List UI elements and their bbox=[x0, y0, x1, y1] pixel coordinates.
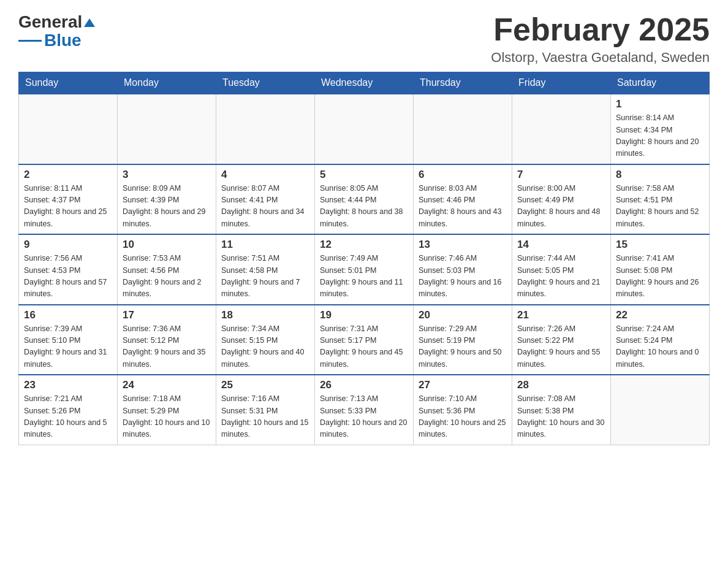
day-info: Sunrise: 7:56 AMSunset: 4:53 PMDaylight:… bbox=[24, 253, 112, 301]
week-row-3: 9Sunrise: 7:56 AMSunset: 4:53 PMDaylight… bbox=[19, 234, 710, 305]
day-number: 15 bbox=[616, 239, 704, 251]
day-info: Sunrise: 7:51 AMSunset: 4:58 PMDaylight:… bbox=[221, 253, 309, 301]
day-info: Sunrise: 7:39 AMSunset: 5:10 PMDaylight:… bbox=[24, 323, 112, 371]
calendar-cell: 17Sunrise: 7:36 AMSunset: 5:12 PMDayligh… bbox=[118, 305, 216, 375]
calendar-cell: 6Sunrise: 8:03 AMSunset: 4:46 PMDaylight… bbox=[414, 164, 512, 235]
calendar-cell: 10Sunrise: 7:53 AMSunset: 4:56 PMDayligh… bbox=[118, 234, 216, 305]
day-number: 13 bbox=[419, 239, 507, 251]
day-number: 26 bbox=[320, 379, 408, 391]
day-info: Sunrise: 7:26 AMSunset: 5:22 PMDaylight:… bbox=[517, 323, 605, 371]
day-info: Sunrise: 7:24 AMSunset: 5:24 PMDaylight:… bbox=[616, 323, 704, 371]
day-number: 4 bbox=[221, 169, 309, 181]
day-info: Sunrise: 7:58 AMSunset: 4:51 PMDaylight:… bbox=[616, 183, 704, 231]
day-info: Sunrise: 7:29 AMSunset: 5:19 PMDaylight:… bbox=[419, 323, 507, 371]
day-number: 5 bbox=[320, 169, 408, 181]
day-number: 17 bbox=[123, 309, 211, 321]
day-number: 14 bbox=[517, 239, 605, 251]
weekday-header-row: Sunday Monday Tuesday Wednesday Thursday… bbox=[19, 72, 710, 94]
day-info: Sunrise: 8:03 AMSunset: 4:46 PMDaylight:… bbox=[419, 183, 507, 231]
calendar-cell bbox=[19, 94, 118, 164]
day-info: Sunrise: 8:05 AMSunset: 4:44 PMDaylight:… bbox=[320, 183, 408, 231]
calendar-cell: 11Sunrise: 7:51 AMSunset: 4:58 PMDayligh… bbox=[216, 234, 315, 305]
logo-triangle-icon bbox=[84, 18, 95, 27]
calendar-cell bbox=[512, 94, 611, 164]
calendar-cell: 4Sunrise: 8:07 AMSunset: 4:41 PMDaylight… bbox=[216, 164, 315, 235]
calendar-cell bbox=[216, 94, 315, 164]
day-number: 3 bbox=[123, 169, 211, 181]
calendar-cell: 28Sunrise: 7:08 AMSunset: 5:38 PMDayligh… bbox=[512, 375, 611, 445]
day-number: 24 bbox=[123, 379, 211, 391]
logo-blue-text: Blue bbox=[44, 31, 82, 50]
day-info: Sunrise: 7:18 AMSunset: 5:29 PMDaylight:… bbox=[123, 393, 211, 441]
calendar-table: Sunday Monday Tuesday Wednesday Thursday… bbox=[18, 72, 710, 445]
day-number: 11 bbox=[221, 239, 309, 251]
day-info: Sunrise: 7:16 AMSunset: 5:31 PMDaylight:… bbox=[221, 393, 309, 441]
calendar-cell: 19Sunrise: 7:31 AMSunset: 5:17 PMDayligh… bbox=[315, 305, 414, 375]
day-number: 16 bbox=[24, 309, 112, 321]
day-number: 2 bbox=[24, 169, 112, 181]
calendar-cell: 16Sunrise: 7:39 AMSunset: 5:10 PMDayligh… bbox=[19, 305, 118, 375]
calendar-cell: 7Sunrise: 8:00 AMSunset: 4:49 PMDaylight… bbox=[512, 164, 611, 235]
header-saturday: Saturday bbox=[611, 72, 710, 94]
calendar-cell: 9Sunrise: 7:56 AMSunset: 4:53 PMDaylight… bbox=[19, 234, 118, 305]
calendar-cell: 12Sunrise: 7:49 AMSunset: 5:01 PMDayligh… bbox=[315, 234, 414, 305]
day-number: 12 bbox=[320, 239, 408, 251]
day-number: 1 bbox=[616, 98, 704, 110]
calendar-cell: 22Sunrise: 7:24 AMSunset: 5:24 PMDayligh… bbox=[611, 305, 710, 375]
day-info: Sunrise: 8:00 AMSunset: 4:49 PMDaylight:… bbox=[517, 183, 605, 231]
calendar-cell: 15Sunrise: 7:41 AMSunset: 5:08 PMDayligh… bbox=[611, 234, 710, 305]
week-row-1: 1Sunrise: 8:14 AMSunset: 4:34 PMDaylight… bbox=[19, 94, 710, 164]
day-number: 19 bbox=[320, 309, 408, 321]
header-monday: Monday bbox=[118, 72, 216, 94]
header-tuesday: Tuesday bbox=[216, 72, 315, 94]
location-subtitle: Olstorp, Vaestra Goetaland, Sweden bbox=[491, 50, 710, 66]
calendar-cell bbox=[315, 94, 414, 164]
day-number: 18 bbox=[221, 309, 309, 321]
calendar-cell: 26Sunrise: 7:13 AMSunset: 5:33 PMDayligh… bbox=[315, 375, 414, 445]
header-wednesday: Wednesday bbox=[315, 72, 414, 94]
day-info: Sunrise: 7:49 AMSunset: 5:01 PMDaylight:… bbox=[320, 253, 408, 301]
day-number: 22 bbox=[616, 309, 704, 321]
day-info: Sunrise: 7:41 AMSunset: 5:08 PMDaylight:… bbox=[616, 253, 704, 301]
day-info: Sunrise: 7:53 AMSunset: 4:56 PMDaylight:… bbox=[123, 253, 211, 301]
calendar-cell: 2Sunrise: 8:11 AMSunset: 4:37 PMDaylight… bbox=[19, 164, 118, 235]
day-info: Sunrise: 8:11 AMSunset: 4:37 PMDaylight:… bbox=[24, 183, 112, 231]
calendar-cell: 8Sunrise: 7:58 AMSunset: 4:51 PMDaylight… bbox=[611, 164, 710, 235]
day-info: Sunrise: 7:44 AMSunset: 5:05 PMDaylight:… bbox=[517, 253, 605, 301]
calendar-cell: 21Sunrise: 7:26 AMSunset: 5:22 PMDayligh… bbox=[512, 305, 611, 375]
logo: General Blue bbox=[18, 12, 95, 50]
day-number: 6 bbox=[419, 169, 507, 181]
week-row-5: 23Sunrise: 7:21 AMSunset: 5:26 PMDayligh… bbox=[19, 375, 710, 445]
logo-general-text: General bbox=[18, 12, 82, 32]
day-info: Sunrise: 7:34 AMSunset: 5:15 PMDaylight:… bbox=[221, 323, 309, 371]
day-number: 7 bbox=[517, 169, 605, 181]
day-info: Sunrise: 8:09 AMSunset: 4:39 PMDaylight:… bbox=[123, 183, 211, 231]
day-number: 9 bbox=[24, 239, 112, 251]
calendar-cell: 23Sunrise: 7:21 AMSunset: 5:26 PMDayligh… bbox=[19, 375, 118, 445]
day-info: Sunrise: 8:14 AMSunset: 4:34 PMDaylight:… bbox=[616, 112, 704, 160]
day-number: 20 bbox=[419, 309, 507, 321]
calendar-cell: 1Sunrise: 8:14 AMSunset: 4:34 PMDaylight… bbox=[611, 94, 710, 164]
calendar-cell: 13Sunrise: 7:46 AMSunset: 5:03 PMDayligh… bbox=[414, 234, 512, 305]
page-header: General Blue February 2025 Olstorp, Vaes… bbox=[18, 12, 710, 66]
calendar-cell: 24Sunrise: 7:18 AMSunset: 5:29 PMDayligh… bbox=[118, 375, 216, 445]
day-number: 28 bbox=[517, 379, 605, 391]
calendar-cell bbox=[118, 94, 216, 164]
day-number: 27 bbox=[419, 379, 507, 391]
header-thursday: Thursday bbox=[414, 72, 512, 94]
week-row-2: 2Sunrise: 8:11 AMSunset: 4:37 PMDaylight… bbox=[19, 164, 710, 235]
calendar-cell bbox=[414, 94, 512, 164]
day-info: Sunrise: 7:13 AMSunset: 5:33 PMDaylight:… bbox=[320, 393, 408, 441]
day-number: 21 bbox=[517, 309, 605, 321]
day-info: Sunrise: 7:36 AMSunset: 5:12 PMDaylight:… bbox=[123, 323, 211, 371]
calendar-cell: 14Sunrise: 7:44 AMSunset: 5:05 PMDayligh… bbox=[512, 234, 611, 305]
month-title: February 2025 bbox=[491, 12, 710, 47]
day-number: 23 bbox=[24, 379, 112, 391]
day-info: Sunrise: 8:07 AMSunset: 4:41 PMDaylight:… bbox=[221, 183, 309, 231]
day-number: 10 bbox=[123, 239, 211, 251]
calendar-cell: 27Sunrise: 7:10 AMSunset: 5:36 PMDayligh… bbox=[414, 375, 512, 445]
calendar-cell: 20Sunrise: 7:29 AMSunset: 5:19 PMDayligh… bbox=[414, 305, 512, 375]
day-info: Sunrise: 7:46 AMSunset: 5:03 PMDaylight:… bbox=[419, 253, 507, 301]
day-info: Sunrise: 7:21 AMSunset: 5:26 PMDaylight:… bbox=[24, 393, 112, 441]
header-friday: Friday bbox=[512, 72, 611, 94]
